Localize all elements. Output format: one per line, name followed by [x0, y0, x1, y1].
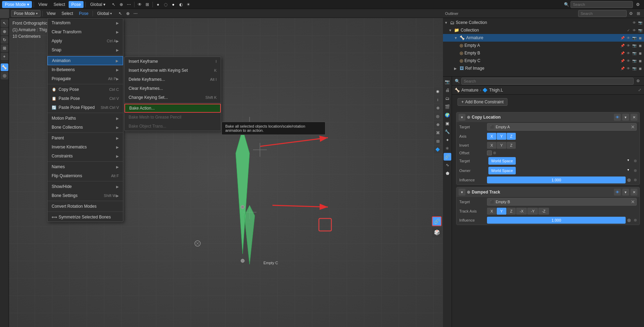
- prop-icon-particles[interactable]: ✦: [444, 136, 451, 144]
- ri-pin-icon[interactable]: 📌: [620, 66, 625, 71]
- eb-scene-icon[interactable]: ◼: [638, 51, 643, 55]
- menu-names[interactable]: Names ▶: [47, 162, 123, 171]
- select-vp-btn[interactable]: Select: [59, 10, 76, 17]
- menu-clear-transform[interactable]: Clear Transform ▶: [47, 27, 123, 36]
- menu-apply[interactable]: Apply Ctrl A ▶: [47, 36, 123, 45]
- ec-pin-icon[interactable]: 📌: [620, 58, 625, 63]
- damped-track-expand-btn[interactable]: ▾: [459, 189, 465, 196]
- target-space-dropdown[interactable]: World Space: [488, 157, 516, 165]
- material-render[interactable]: ◐: [177, 1, 184, 8]
- copy-location-target-field[interactable]: ⬛ Empty A ✕: [487, 123, 637, 131]
- ec-scene-icon[interactable]: ◼: [638, 58, 643, 63]
- copy-location-influence-reset-btn[interactable]: ⊗: [626, 177, 633, 183]
- cursor-icon[interactable]: ↖: [1, 19, 8, 27]
- wireframe-render[interactable]: ◌: [162, 1, 169, 8]
- vp-icon-1[interactable]: ◉: [434, 87, 442, 95]
- copy-location-eye-btn[interactable]: 👁: [614, 114, 621, 121]
- scene-render-icon[interactable]: 📷: [638, 20, 643, 25]
- ri-render-icon[interactable]: 📷: [632, 66, 637, 71]
- prop-icon-data[interactable]: ∿: [444, 161, 451, 169]
- fullscreen-icon[interactable]: ⤢: [638, 88, 641, 92]
- menu-ik[interactable]: Inverse Kinematics ▶: [47, 143, 123, 152]
- damped-track-target-field[interactable]: ⬛ Empty B ✕: [487, 198, 637, 206]
- outliner-row-empty-a[interactable]: ▶ ◎ Empty A 📌 👁 📷 ◼: [443, 42, 644, 49]
- rendered-render[interactable]: ☀: [185, 1, 192, 8]
- outliner-filter-icon[interactable]: ⚙: [627, 10, 634, 17]
- prop-icon-output[interactable]: 🖨: [444, 86, 451, 94]
- offset-checkbox[interactable]: [487, 150, 492, 155]
- vp-icon-6[interactable]: ⌘: [434, 129, 442, 137]
- menu-constraints[interactable]: Constraints ▶: [47, 152, 123, 161]
- prop-search-input[interactable]: [461, 78, 634, 85]
- outliner-sort-icon[interactable]: ⊞: [635, 10, 642, 17]
- copy-location-clear-target-btn[interactable]: ✕: [631, 124, 635, 130]
- prop-icon-constraints[interactable]: 🔗: [444, 153, 451, 161]
- menu-snap[interactable]: Snap ▶: [47, 45, 123, 54]
- move-tool[interactable]: ⊕: [118, 1, 125, 8]
- eb-pin-icon[interactable]: 📌: [620, 51, 625, 55]
- ri-eye-icon[interactable]: 👁: [626, 66, 631, 71]
- select-menu-btn[interactable]: Select: [51, 1, 68, 8]
- copy-location-influence-bar[interactable]: 1.000: [487, 177, 626, 183]
- ec-render-icon[interactable]: 📷: [632, 58, 637, 63]
- arm-pin-icon[interactable]: 📌: [620, 35, 625, 40]
- envelope-icon[interactable]: ◎: [1, 72, 8, 79]
- prop-icon-view-layer[interactable]: 🗂: [444, 95, 451, 102]
- menu-parent[interactable]: Parent ▶: [47, 134, 123, 143]
- scene-visibility-icon[interactable]: 👁: [632, 20, 637, 25]
- global-btn[interactable]: Global ▾: [87, 1, 108, 8]
- dt-axis-x-btn[interactable]: X: [487, 208, 496, 215]
- menu-bone-collections[interactable]: Bone Collections ▶: [47, 123, 123, 132]
- vp-icon-3[interactable]: ⊛: [434, 104, 442, 112]
- coll-eye-icon[interactable]: 👁: [632, 28, 637, 33]
- outliner-search-input[interactable]: [578, 10, 627, 17]
- dt-axis-y-btn[interactable]: Y: [497, 208, 506, 215]
- menu-flip-quat[interactable]: Flip Quaternions Alt F: [47, 171, 123, 180]
- damped-track-chevron-btn[interactable]: ▾: [622, 189, 629, 196]
- copy-location-close-btn[interactable]: ✕: [630, 114, 637, 121]
- prop-icon-physics[interactable]: ⚛: [444, 145, 451, 152]
- outliner-row-ref-image[interactable]: ▶ 🖼 Ref Image 📌 👁 📷 ◼: [443, 64, 644, 72]
- vp-icon-5[interactable]: ⊕: [434, 121, 442, 128]
- damped-track-clear-target-btn[interactable]: ✕: [631, 199, 635, 205]
- prop-icon-object[interactable]: ▣: [444, 120, 451, 127]
- solid-render[interactable]: ●: [170, 1, 177, 8]
- menu-transform[interactable]: Transform ▶: [47, 18, 123, 27]
- gizmo-toggle[interactable]: ⊞: [144, 1, 151, 8]
- copy-location-chevron-btn[interactable]: ▾: [622, 114, 629, 121]
- eb-render-icon[interactable]: 📷: [632, 51, 637, 55]
- coll-vis-icon[interactable]: ✓: [626, 28, 631, 33]
- coll-render-icon[interactable]: 📷: [638, 28, 643, 33]
- damped-track-close-btn[interactable]: ✕: [630, 189, 637, 196]
- damped-track-influence-reset-btn[interactable]: ⊗: [626, 217, 633, 224]
- sub-change-keying[interactable]: Change Keying Set... Shift K: [124, 93, 221, 102]
- arm-scene-icon[interactable]: ◼: [638, 35, 643, 40]
- ea-render-icon[interactable]: 📷: [632, 43, 637, 48]
- prop-icon-scene[interactable]: 🎬: [444, 103, 451, 111]
- prop-icon-material[interactable]: ⬟: [444, 170, 451, 177]
- sub-delete-kf[interactable]: Delete Keyframes... Alt I: [124, 75, 221, 84]
- more-tools[interactable]: ⋯: [125, 1, 132, 8]
- outliner-row-collection[interactable]: ▼ 📁 Collection ✓ 👁 📷: [443, 26, 644, 34]
- menu-convert-rotation[interactable]: Convert Rotation Modes: [47, 202, 123, 211]
- ea-eye-icon[interactable]: 👁: [626, 43, 631, 48]
- cursor-tool[interactable]: ↖: [110, 1, 117, 8]
- ea-pin-icon[interactable]: 📌: [620, 43, 625, 48]
- view-vp-btn[interactable]: View: [44, 10, 58, 17]
- prop-icon-modifier[interactable]: 🔧: [444, 128, 451, 136]
- menu-propagate[interactable]: Propagate Alt P ▶: [47, 74, 123, 83]
- damped-track-eye-btn[interactable]: 👁: [614, 189, 621, 196]
- menu-animation[interactable]: Animation ▶ Insert Keyframe I Insert Key…: [47, 56, 123, 65]
- menu-paste-pose[interactable]: 📋 Paste Pose Ctrl V: [47, 94, 123, 103]
- invert-y-btn[interactable]: Y: [497, 142, 506, 149]
- invert-x-btn[interactable]: X: [487, 142, 496, 149]
- vp-move-icon[interactable]: ⊕: [124, 10, 131, 17]
- transform-icon[interactable]: ⌖: [1, 53, 8, 60]
- menu-copy-pose[interactable]: 🪞 Copy Pose Ctrl C: [47, 85, 123, 94]
- pose-mode-btn[interactable]: Pose Mode ▾: [2, 1, 32, 8]
- menu-show-hide[interactable]: Show/Hide ▶: [47, 182, 123, 191]
- vp-icon-7[interactable]: ⊟: [434, 137, 442, 145]
- owner-space-dropdown[interactable]: World Space: [488, 167, 516, 174]
- menu-inbetweens[interactable]: In-Betweens ▶: [47, 65, 123, 74]
- sub-insert-kf-keying[interactable]: Insert Keyframe with Keying Set K: [124, 66, 221, 75]
